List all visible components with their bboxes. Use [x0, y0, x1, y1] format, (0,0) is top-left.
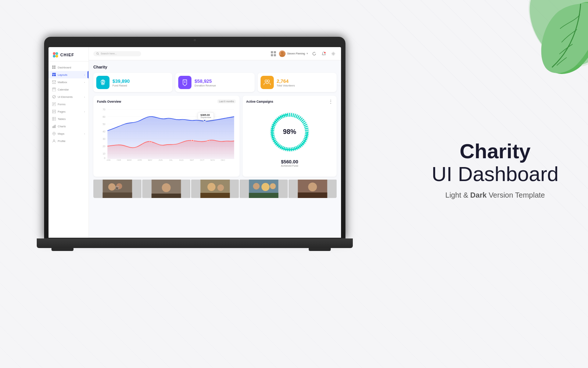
profile-icon [52, 139, 56, 143]
funds-chart-header: Funds Overview Last 6 months [97, 99, 236, 103]
laptop-camera [194, 39, 196, 41]
maps-icon [52, 132, 56, 135]
svg-point-156 [270, 183, 276, 189]
volunteers-value: 2,764 [277, 78, 295, 84]
dashboard-icon [52, 66, 56, 69]
sidebar-label-pages: Pages [58, 110, 65, 113]
right-panel: Charity UI Dashboard Light & Dark Versio… [431, 140, 559, 199]
svg-rect-160 [298, 192, 327, 198]
funds-chart-area: $385.00 September [97, 106, 236, 163]
sidebar-item-charts[interactable]: Charts [49, 123, 89, 130]
campaigns-header: Active Campaigns ⋮ [246, 99, 333, 104]
svg-text:60: 60 [103, 116, 105, 118]
svg-rect-13 [52, 81, 56, 84]
svg-text:👨‍👩‍👧‍👦: 👨‍👩‍👧‍👦 [115, 186, 119, 190]
user-avatar [279, 50, 286, 57]
laptop-frame: CHIEF Dashboard [44, 37, 345, 287]
sidebar-label-maps: Maps [58, 132, 64, 135]
photo-1: 👨‍👩‍👧‍👦 [93, 180, 141, 198]
sidebar-item-maps[interactable]: Maps › [49, 130, 89, 137]
sidebar-item-forms[interactable]: Forms [49, 100, 89, 108]
svg-rect-9 [54, 67, 55, 69]
svg-text:0: 0 [104, 157, 105, 159]
avatar-image [279, 50, 286, 57]
laptop-lid: CHIEF Dashboard [44, 37, 345, 239]
ui-elements-arrow: › [84, 96, 85, 98]
forms-icon [52, 102, 56, 106]
svg-point-3 [55, 52, 58, 55]
svg-text:MAY: MAY [148, 159, 153, 161]
svg-point-155 [262, 183, 270, 191]
leaf-decoration [507, 0, 588, 81]
svg-line-109 [291, 148, 291, 151]
volunteers-info: 2,764 Total Volunteers [277, 78, 295, 87]
stat-card-volunteers: 2,764 Total Volunteers [258, 73, 337, 92]
campaigns-title: Active Campaigns [246, 100, 273, 103]
svg-point-142 [108, 183, 115, 191]
sidebar-item-mailbox[interactable]: Mailbox › [49, 78, 89, 86]
svg-line-124 [270, 134, 274, 134]
funds-chart-filter[interactable]: Last 6 months [217, 99, 236, 103]
sidebar-item-layouts[interactable]: Layouts › [49, 71, 89, 78]
pages-icon [52, 110, 56, 113]
photo-4-img [240, 180, 288, 198]
svg-rect-31 [53, 126, 53, 128]
photo-4 [240, 180, 288, 198]
laptop-foot-right [309, 248, 331, 251]
refresh-btn[interactable] [311, 50, 318, 57]
user-profile[interactable]: Steven Fleming ▾ [279, 50, 308, 57]
chart-tooltip: $385.00 September [198, 112, 214, 120]
title-charity: Charity [431, 140, 559, 163]
sidebar-item-profile[interactable]: Profile [49, 137, 89, 145]
sidebar-item-pages[interactable]: Pages › [49, 108, 89, 115]
svg-text:JAN: JAN [107, 159, 111, 161]
sidebar: CHIEF Dashboard [49, 47, 89, 238]
search-bar[interactable]: Search here... [93, 51, 141, 56]
svg-text:10: 10 [103, 152, 105, 155]
svg-line-37 [98, 54, 99, 55]
svg-rect-148 [151, 194, 181, 198]
svg-line-81 [291, 113, 291, 117]
notifications-btn[interactable] [320, 50, 327, 57]
svg-rect-6 [52, 66, 54, 67]
stat-card-donation: $58,925 Donation Revenue [175, 73, 254, 92]
photo-2-img [142, 180, 190, 198]
sidebar-label-charts: Charts [58, 125, 66, 128]
svg-rect-32 [54, 125, 54, 128]
photo-3 [191, 180, 239, 198]
svg-text:NOV: NOV [210, 159, 215, 161]
funds-chart-svg: 70 60 50 40 30 20 10 0 [97, 106, 236, 163]
svg-point-151 [217, 184, 224, 191]
svg-text:JUN: JUN [158, 159, 162, 161]
stat-card-fund-raised: $39,890 Fund Raised [93, 73, 172, 92]
charts-icon [52, 124, 56, 128]
gear-icon [331, 52, 336, 56]
svg-text:FEB: FEB [117, 159, 121, 161]
photo-3-img [191, 180, 239, 198]
sidebar-item-calendar[interactable]: Calendar [49, 86, 89, 93]
sidebar-item-tables[interactable]: Tables [49, 115, 89, 123]
svg-text:MAR: MAR [127, 159, 132, 161]
search-placeholder: Search here... [101, 52, 117, 55]
ui-elements-icon [52, 95, 56, 99]
charts-row: Funds Overview Last 6 months $385.00 Sep… [93, 96, 337, 177]
svg-point-5 [55, 55, 58, 57]
campaigns-menu[interactable]: ⋮ [329, 99, 333, 104]
sidebar-item-ui-elements[interactable]: UI Elements › [49, 93, 89, 100]
sidebar-item-dashboard[interactable]: Dashboard [49, 64, 89, 71]
svg-text:50: 50 [103, 123, 105, 125]
settings-btn[interactable] [330, 50, 337, 57]
svg-rect-8 [52, 67, 54, 69]
svg-text:70: 70 [103, 108, 105, 111]
volunteers-icon-box [261, 76, 274, 89]
grid-view-icon[interactable] [271, 51, 276, 56]
volunteers-label: Total Volunteers [277, 84, 295, 87]
svg-text:OCT: OCT [200, 159, 204, 161]
fund-raised-icon-box [96, 76, 110, 89]
sidebar-label-profile: Profile [58, 139, 65, 143]
layouts-arrow: › [84, 74, 85, 76]
svg-point-40 [333, 53, 334, 54]
campaigns-card: Active Campaigns ⋮ [243, 96, 337, 177]
svg-rect-14 [52, 88, 56, 91]
page-content: Charity [89, 60, 341, 238]
